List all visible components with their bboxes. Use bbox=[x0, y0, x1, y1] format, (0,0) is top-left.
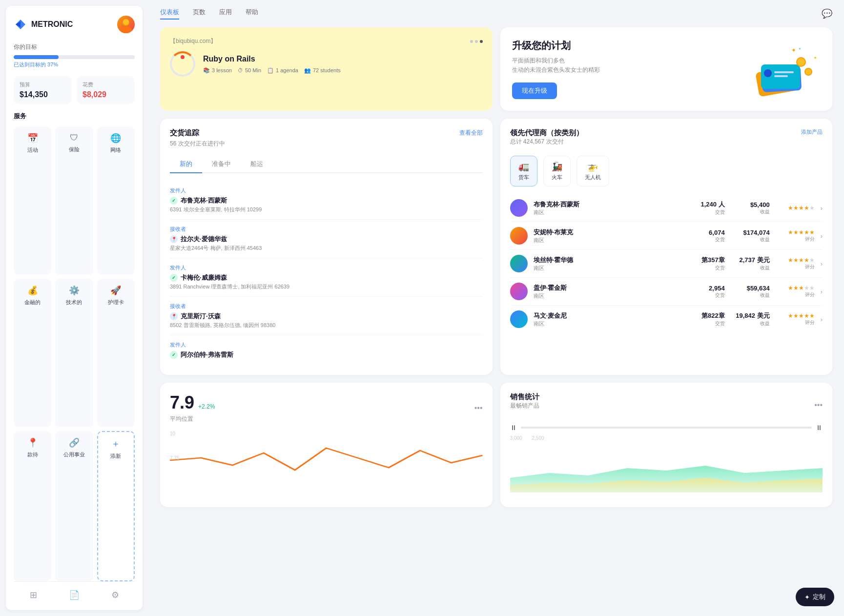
goal-section: 你的目标 已达到目标的 37% bbox=[14, 43, 135, 68]
service-item-insurance[interactable]: 🛡 保险 bbox=[55, 126, 93, 275]
service-item-technical[interactable]: ⚙️ 技术的 bbox=[55, 279, 93, 427]
sales-stats-card: 销售统计 最畅销产品 ••• ⏸ ⏸ 3,000 2,500 bbox=[500, 383, 833, 507]
cat-tab-drone[interactable]: 🚁 无人机 bbox=[576, 156, 609, 186]
add-product-button[interactable]: 添加产品 bbox=[801, 128, 823, 136]
agent-rating-1: ★★★★★ bbox=[776, 205, 815, 211]
tab-preparing[interactable]: 准备中 bbox=[202, 156, 241, 173]
agent-trans-label-2: 交货 bbox=[691, 236, 725, 243]
activity-icon: 📅 bbox=[27, 133, 38, 144]
network-label: 网络 bbox=[110, 146, 121, 154]
delivery-item-1: 发件人 ✓ 布鲁克林·西蒙斯 6391 埃尔全全塞莱斯, 特拉华州 10299 bbox=[170, 181, 483, 220]
agent-arrow-3[interactable]: › bbox=[821, 260, 823, 267]
agent-info-1: 布鲁克林·西蒙斯 南区 bbox=[534, 200, 685, 216]
main-content: 仪表板 页数 应用 帮助 💬 【biqubiqu.com】 bbox=[148, 0, 844, 616]
customize-button[interactable]: ✦ 定制 bbox=[796, 588, 834, 606]
upgrade-card: 升级您的计划 平面插图和我们多色 生动的未混合紫色头发女士的精彩 现在升级 bbox=[500, 27, 833, 111]
svg-rect-7 bbox=[774, 71, 794, 73]
svg-point-1 bbox=[120, 26, 132, 33]
nav-apps[interactable]: 应用 bbox=[219, 8, 232, 20]
sales-menu-icon[interactable]: ••• bbox=[814, 401, 823, 410]
agent-rev-3: 2,737 美元 bbox=[731, 256, 770, 265]
nav-right: 💬 bbox=[822, 8, 832, 19]
service-item-public[interactable]: 🔗 公用事业 bbox=[55, 431, 93, 581]
role-2: 接收者 bbox=[170, 226, 483, 233]
delivery-header: 交货追踪 查看全部 bbox=[170, 128, 483, 138]
notification-icon[interactable]: 💬 bbox=[822, 8, 832, 19]
agents-card: 领先代理商（按类别） 总计 424,567 次交付 添加产品 🚛 货车 🚂 火车… bbox=[500, 119, 833, 375]
sales-svg bbox=[510, 449, 823, 493]
agent-money-4: $59,634 收益 bbox=[731, 285, 770, 299]
nav-pages[interactable]: 页数 bbox=[193, 8, 206, 20]
nav-help[interactable]: 帮助 bbox=[246, 8, 258, 20]
category-tabs: 🚛 货车 🚂 火车 🚁 无人机 bbox=[510, 156, 823, 186]
tab-new[interactable]: 新的 bbox=[170, 156, 202, 173]
cat-tab-train[interactable]: 🚂 火车 bbox=[543, 156, 571, 186]
agent-info-2: 安妮特·布莱克 南区 bbox=[534, 228, 685, 244]
students-text: 72 students bbox=[313, 67, 341, 73]
agent-rev-5: 19,842 美元 bbox=[731, 311, 770, 320]
service-item-nursing[interactable]: 🚀 护理卡 bbox=[97, 279, 135, 427]
service-item-add[interactable]: ＋ 添新 bbox=[97, 431, 135, 581]
expense-label: 花费 bbox=[82, 81, 129, 88]
course-content: Ruby on Rails 📚 3 lesson ⏱ 50 Min 📋 1 bbox=[170, 51, 483, 77]
dot2 bbox=[475, 40, 478, 43]
agent-arrow-5[interactable]: › bbox=[821, 316, 823, 323]
status-icon-1: ✓ bbox=[170, 197, 178, 205]
average-position-card: 7.9 +2.2% 平均位置 ••• 10 7.75 bbox=[160, 383, 493, 507]
dot3 bbox=[480, 40, 483, 43]
agent-trans-label-1: 交货 bbox=[691, 209, 725, 216]
agents-header: 领先代理商（按类别） 总计 424,567 次交付 添加产品 bbox=[510, 128, 823, 154]
service-item-financial[interactable]: 💰 金融的 bbox=[14, 279, 51, 427]
agent-arrow-4[interactable]: › bbox=[821, 288, 823, 295]
hospitality-label: 款待 bbox=[27, 451, 38, 458]
chart-y-labels: 3,000 2,500 bbox=[510, 435, 823, 441]
chart-svg bbox=[170, 431, 483, 475]
role-4: 接收者 bbox=[170, 303, 483, 310]
upgrade-illustration: ✦ ✦ ● bbox=[742, 40, 821, 99]
agent-info-5: 马文·麦金尼 南区 bbox=[534, 311, 685, 328]
progress-bar bbox=[14, 55, 135, 59]
y-label-2500: 2,500 bbox=[532, 435, 544, 441]
agent-trans-2: 6,074 bbox=[691, 229, 725, 236]
sales-header: 销售统计 最畅销产品 bbox=[510, 392, 539, 418]
delivery-item-2: 接收者 📍 拉尔夫·爱德华兹 星家大道2464号 梅萨, 新泽西州 45463 bbox=[170, 220, 483, 258]
svg-rect-8 bbox=[774, 75, 788, 77]
course-meta: 📚 3 lesson ⏱ 50 Min 📋 1 agenda 👥 bbox=[203, 67, 341, 74]
layers-icon[interactable]: ⊞ bbox=[30, 590, 37, 600]
agent-arrow-1[interactable]: › bbox=[821, 205, 823, 212]
avg-menu-icon[interactable]: ••• bbox=[474, 404, 483, 412]
user-avatar[interactable] bbox=[117, 16, 135, 33]
slider-pause-right: ⏸ bbox=[816, 424, 823, 431]
avg-position-header: 7.9 +2.2% 平均位置 bbox=[170, 392, 215, 423]
course-url-text: 【biqubiqu.com】 bbox=[170, 37, 216, 45]
agenda-text: 1 agenda bbox=[276, 67, 298, 73]
view-all-link[interactable]: 查看全部 bbox=[459, 129, 483, 137]
agents-subtitle: 总计 424,567 次交付 bbox=[510, 138, 583, 146]
course-card: 【biqubiqu.com】 Ruby on Rails 📚 3 l bbox=[160, 27, 493, 111]
agent-arrow-2[interactable]: › bbox=[821, 232, 823, 240]
agent-region-3: 南区 bbox=[534, 265, 685, 272]
course-ring bbox=[170, 51, 195, 77]
agent-name-5: 马文·麦金尼 bbox=[534, 311, 685, 320]
delivery-title: 交货追踪 bbox=[170, 128, 199, 138]
sales-slider[interactable] bbox=[521, 427, 812, 429]
status-icon-5: ✓ bbox=[170, 351, 178, 359]
top-nav: 仪表板 页数 应用 帮助 💬 bbox=[148, 0, 844, 23]
settings-icon[interactable]: ⚙ bbox=[111, 590, 119, 600]
service-item-activity[interactable]: 📅 活动 bbox=[14, 126, 51, 275]
sales-subtitle: 最畅销产品 bbox=[510, 402, 539, 410]
document-icon[interactable]: 📄 bbox=[69, 590, 80, 600]
agents-title: 领先代理商（按类别） bbox=[510, 128, 583, 138]
upgrade-button[interactable]: 现在升级 bbox=[512, 82, 557, 99]
agent-region-2: 南区 bbox=[534, 237, 685, 244]
tab-shipping[interactable]: 船运 bbox=[241, 156, 273, 173]
cat-tab-truck[interactable]: 🚛 货车 bbox=[510, 156, 537, 186]
progress-fill bbox=[14, 55, 59, 59]
service-item-hospitality[interactable]: 📍 款待 bbox=[14, 431, 51, 581]
service-item-network[interactable]: 🌐 网络 bbox=[97, 126, 135, 275]
name-1: ✓ 布鲁克林·西蒙斯 bbox=[170, 196, 483, 205]
lesson-text: 3 lesson bbox=[212, 67, 232, 73]
avg-number-block: 7.9 +2.2% bbox=[170, 392, 215, 413]
nav-dashboard[interactable]: 仪表板 bbox=[160, 8, 179, 20]
expense-value: $8,029 bbox=[82, 90, 129, 99]
